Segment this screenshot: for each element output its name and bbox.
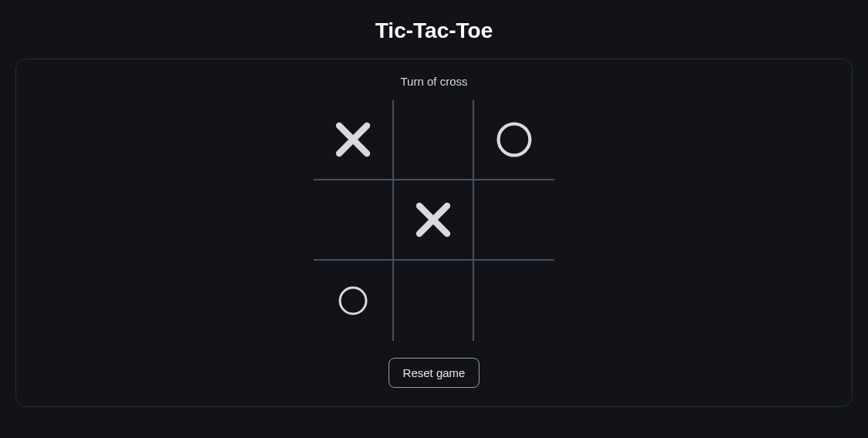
page-title: Tic-Tac-Toe — [0, 0, 868, 59]
cell-1[interactable] — [394, 100, 474, 180]
o-mark-icon — [334, 281, 372, 320]
x-mark-icon — [330, 116, 376, 163]
game-board — [314, 100, 554, 341]
cell-0[interactable] — [314, 100, 394, 180]
cell-7[interactable] — [394, 261, 474, 341]
svg-point-1 — [340, 288, 366, 314]
reset-button[interactable]: Reset game — [389, 358, 480, 388]
cell-5[interactable] — [474, 180, 554, 261]
svg-point-0 — [499, 124, 530, 156]
game-panel: Turn of cross Reset game — [15, 59, 853, 407]
turn-status: Turn of cross — [401, 75, 468, 88]
o-mark-icon — [491, 116, 537, 163]
cell-8[interactable] — [474, 261, 554, 341]
cell-2[interactable] — [474, 100, 554, 180]
cell-6[interactable] — [314, 261, 394, 341]
cell-3[interactable] — [314, 180, 394, 261]
cell-4[interactable] — [394, 180, 474, 261]
x-mark-icon — [410, 197, 456, 243]
